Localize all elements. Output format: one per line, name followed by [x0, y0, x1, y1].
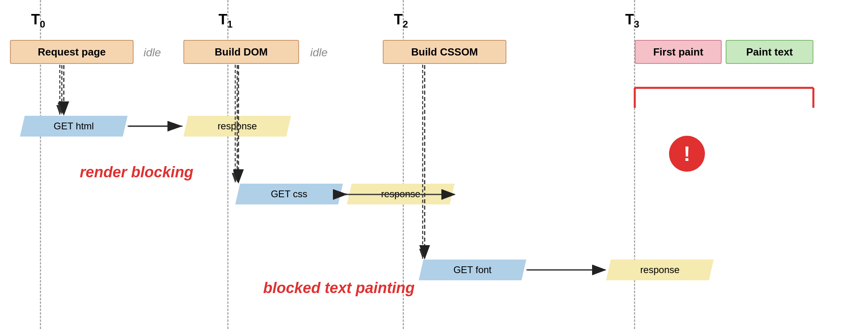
error-icon: ! — [669, 136, 705, 172]
proc-build-cssom: Build CSSOM — [383, 40, 506, 64]
proc-paint-text: Paint text — [726, 40, 813, 64]
resp-html: response — [183, 116, 291, 137]
diagram: T0 T1 T2 T3 Request page idle Build DOM … — [0, 0, 868, 329]
proc-build-dom: Build DOM — [183, 40, 299, 64]
net-get-html: GET html — [20, 116, 128, 137]
t2-label: T2 — [394, 11, 408, 30]
t1-label: T1 — [218, 11, 232, 30]
t0-label: T0 — [31, 11, 45, 30]
resp-font: response — [606, 260, 714, 280]
idle-2: idle — [310, 46, 328, 59]
blocked-text-label: blocked text painting — [263, 279, 415, 297]
proc-request-page: Request page — [10, 40, 134, 64]
resp-css: response — [347, 184, 455, 204]
render-blocking-label: render blocking — [80, 164, 193, 181]
proc-first-paint: First paint — [635, 40, 722, 64]
t3-label: T3 — [625, 11, 639, 30]
net-get-css: GET css — [235, 184, 343, 204]
idle-1: idle — [144, 46, 161, 59]
net-get-font: GET font — [419, 260, 526, 280]
